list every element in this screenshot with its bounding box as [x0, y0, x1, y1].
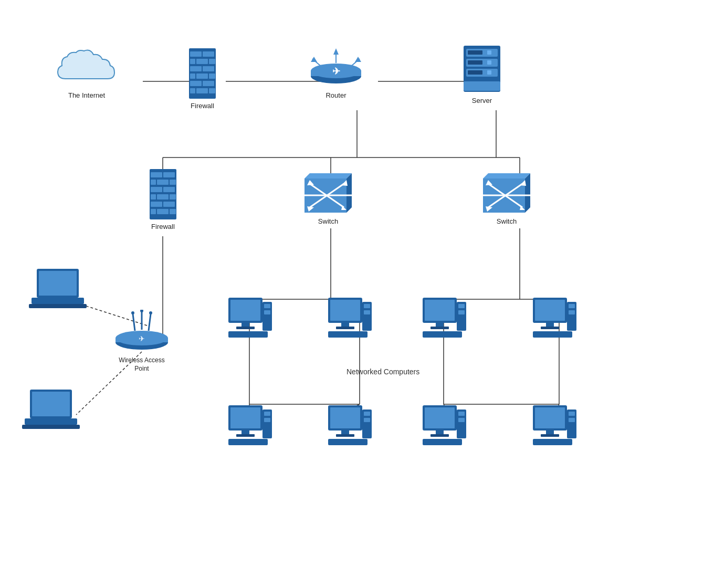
svg-rect-161	[228, 439, 268, 445]
network-diagram: The Internet Firewall	[0, 0, 714, 588]
firewall1-icon	[188, 47, 217, 100]
svg-rect-42	[203, 81, 214, 86]
svg-rect-174	[425, 407, 455, 428]
pc6-node	[326, 404, 373, 449]
svg-rect-34	[196, 59, 208, 64]
svg-rect-135	[341, 323, 349, 327]
svg-rect-175	[436, 430, 444, 435]
svg-rect-129	[228, 331, 268, 338]
svg-rect-40	[209, 74, 215, 79]
switch1-node: Switch	[299, 163, 357, 226]
pc5-icon	[226, 404, 273, 449]
pc2-node	[326, 297, 373, 341]
svg-rect-167	[341, 430, 349, 435]
svg-rect-72	[170, 180, 176, 185]
router-label: Router	[326, 91, 346, 100]
svg-rect-177	[423, 439, 462, 445]
svg-rect-35	[209, 59, 215, 64]
svg-rect-140	[364, 310, 370, 314]
svg-rect-137	[328, 331, 368, 338]
svg-rect-139	[364, 304, 370, 308]
svg-marker-55	[355, 57, 361, 62]
svg-rect-147	[458, 304, 465, 308]
svg-rect-79	[163, 202, 175, 207]
router-node: ✈ Router	[310, 47, 362, 100]
svg-marker-94	[354, 193, 356, 198]
pc7-icon	[420, 404, 467, 449]
pc3-icon	[420, 297, 467, 341]
svg-rect-185	[533, 439, 572, 445]
firewall1-node: Firewall	[188, 47, 217, 111]
switch2-icon	[478, 163, 536, 215]
svg-rect-33	[190, 59, 195, 64]
firewall2-label: Firewall	[151, 223, 175, 232]
svg-rect-142	[425, 300, 455, 321]
svg-marker-84	[346, 173, 352, 213]
pc1-node	[226, 297, 273, 341]
pc8-node	[530, 404, 578, 449]
svg-point-112	[149, 311, 152, 314]
svg-rect-176	[430, 434, 449, 437]
svg-rect-59	[487, 50, 491, 55]
svg-rect-156	[569, 310, 575, 314]
pc4-icon	[530, 297, 578, 341]
pc3-node	[420, 297, 467, 341]
svg-rect-150	[535, 300, 565, 321]
svg-rect-145	[423, 331, 462, 338]
pc8-icon	[530, 404, 578, 449]
svg-rect-119	[32, 298, 84, 304]
svg-rect-131	[264, 304, 270, 308]
svg-rect-180	[458, 418, 465, 422]
svg-rect-74	[163, 187, 175, 192]
svg-rect-166	[330, 407, 360, 428]
svg-rect-70	[151, 180, 156, 185]
svg-rect-127	[242, 323, 249, 327]
svg-rect-144	[430, 327, 449, 329]
router-icon: ✈	[310, 47, 362, 89]
svg-rect-136	[336, 327, 354, 329]
svg-line-111	[149, 314, 151, 331]
svg-rect-31	[190, 51, 202, 57]
svg-rect-64	[468, 70, 482, 75]
svg-rect-123	[25, 418, 77, 425]
svg-rect-32	[203, 51, 214, 57]
svg-rect-68	[151, 172, 162, 177]
switch2-node: Switch	[478, 163, 536, 226]
svg-rect-61	[468, 60, 482, 65]
svg-rect-128	[236, 327, 255, 329]
svg-rect-179	[458, 412, 465, 416]
switch1-icon	[299, 163, 357, 215]
svg-rect-124	[22, 425, 80, 429]
svg-rect-80	[151, 209, 156, 214]
svg-point-110	[140, 310, 143, 312]
svg-point-108	[131, 311, 134, 314]
internet-label: The Internet	[68, 91, 105, 100]
switch2-label: Switch	[497, 217, 517, 226]
svg-marker-51	[333, 48, 339, 55]
svg-rect-118	[39, 271, 77, 296]
pc4-node	[530, 297, 578, 341]
svg-rect-187	[569, 412, 575, 416]
pc7-node	[420, 404, 467, 449]
svg-rect-155	[569, 304, 575, 308]
svg-rect-122	[32, 392, 70, 416]
svg-rect-39	[196, 74, 208, 79]
svg-rect-188	[569, 418, 575, 422]
svg-rect-160	[236, 434, 255, 437]
svg-rect-41	[190, 81, 202, 86]
svg-rect-168	[336, 434, 354, 437]
svg-rect-126	[230, 300, 260, 321]
svg-rect-45	[209, 88, 215, 93]
laptop1-node	[29, 268, 89, 314]
svg-rect-159	[242, 430, 249, 435]
svg-rect-75	[151, 194, 156, 200]
firewall2-node: Firewall	[149, 168, 177, 232]
laptop2-icon	[22, 388, 82, 433]
svg-rect-164	[264, 418, 270, 422]
svg-rect-132	[264, 310, 270, 314]
firewall2-icon	[149, 168, 177, 220]
pc2-icon	[326, 297, 373, 341]
svg-rect-73	[151, 187, 162, 192]
svg-rect-182	[535, 407, 565, 428]
internet-node: The Internet	[52, 47, 121, 100]
